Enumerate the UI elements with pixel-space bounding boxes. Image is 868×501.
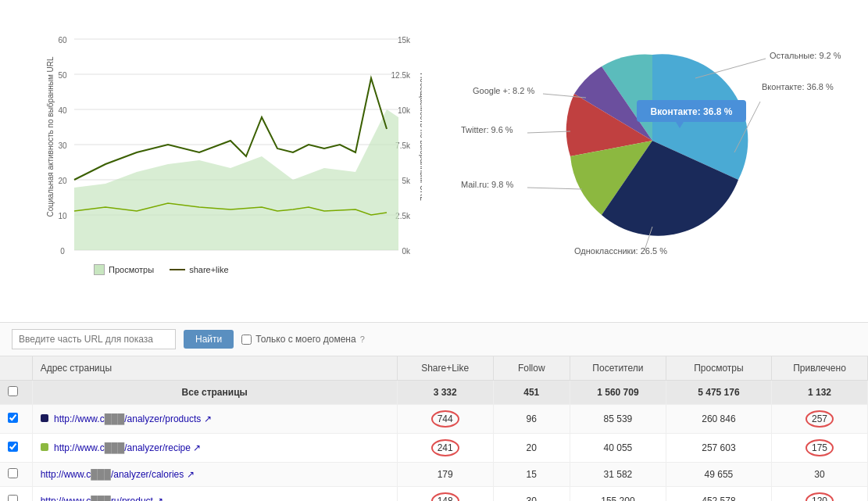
domain-only-checkbox[interactable] [241,335,252,345]
row1-url-text: http://www.с███/analyzer/products ↗ [54,413,212,424]
row3-checkbox[interactable] [8,468,18,478]
row2-checkbox-cell [0,434,32,463]
row2-color-dot [41,443,48,451]
y-right-axis-label: Посещаемость по выбранным URL [419,73,422,201]
find-button[interactable]: Найти [184,330,234,349]
main-container: 0 10 20 30 40 50 60 0k 2.5k 5k 7.5k 10k … [0,0,868,501]
label-vkontakte: Вконтакте: 36.8 % [762,82,834,91]
row4-checkbox[interactable] [8,495,18,501]
all-pages-label: Все страницы [32,381,397,405]
row1-attracted-circled: 257 [805,410,834,428]
x-tick-1404: 14/04 [365,257,384,258]
th-sharelike: Share+Like [397,356,493,381]
line-chart: 0 10 20 30 40 50 60 0k 2.5k 5k 7.5k 10k … [47,16,422,258]
row4-views: 452 578 [666,487,771,502]
all-pages-views: 5 475 176 [666,381,771,405]
all-pages-visitors: 1 560 709 [570,381,666,405]
label-mailru: Mail.ru: 9.8 % [461,180,513,189]
y-right-5k: 5k [402,177,411,185]
y-left-40: 40 [58,106,67,115]
row4-attracted: 120 [772,487,868,502]
legend-views-box [94,264,105,275]
row4-url-text: http://www.с███ru/product ↗ [41,496,164,501]
row4-sharelike: 148 [397,487,493,502]
chart-legend: Просмотры share+like [47,260,422,283]
y-left-60: 60 [58,36,67,45]
row1-url-domain: ███ [105,413,125,424]
th-visitors: Посетители [570,356,666,381]
x-tick-0704: 07/04 [295,257,314,258]
label-odnoklassniki: Одноклассники: 26.5 % [574,246,667,256]
row2-sharelike-circled: 241 [431,439,459,456]
legend-views: Просмотры [94,264,154,275]
y-left-0: 0 [60,247,65,256]
row4-sharelike-circled: 148 [431,492,459,501]
y-left-10: 10 [58,212,67,220]
y-right-10k: 10k [398,106,411,115]
row2-attracted: 175 [772,434,868,463]
row1-sharelike: 744 [397,405,493,434]
label-other: Остальные: 9.2 % [770,51,841,60]
label-twitter: Twitter: 9.6 % [461,125,513,134]
pie-tooltip-text: Вконтакте: 36.8 % [651,106,733,117]
row3-url: http://www.с███/analyzer/calories ↗ [32,463,397,487]
th-address: Адрес страницы [32,356,397,381]
y-left-30: 30 [58,141,67,150]
row4-url: http://www.с███ru/product ↗ [32,487,397,502]
data-table: Адрес страницы Share+Like Follow Посетит… [0,356,868,501]
table-header-row: Адрес страницы Share+Like Follow Посетит… [0,356,868,381]
all-pages-attracted: 1 132 [772,381,868,405]
all-pages-checkbox-cell [0,381,32,405]
label-twitter-line [527,131,570,133]
row2-views: 257 603 [666,434,771,463]
row3-url-text: http://www.с███/analyzer/calories ↗ [41,469,195,480]
y-left-50: 50 [58,71,67,80]
share-like-line [74,78,387,180]
x-tick-2403: 24/03 [150,257,170,258]
y-right-0k: 0k [402,247,411,256]
y-right-12.5k: 12.5k [391,71,411,80]
label-mailru-line [527,188,582,189]
row1-checkbox[interactable] [8,413,18,423]
top-section: 0 10 20 30 40 50 60 0k 2.5k 5k 7.5k 10k … [0,0,868,322]
row2-url-text: http://www.с███/analyzer/recipe ↗ [54,442,201,453]
line-chart-container: 0 10 20 30 40 50 60 0k 2.5k 5k 7.5k 10k … [0,8,438,314]
row2-follow: 20 [493,434,570,463]
row4-follow: 30 [493,487,570,502]
row4-checkbox-cell [0,487,32,502]
domain-only-label[interactable]: Только с моего домена ? [241,334,365,345]
y-left-axis-label: Социальная активность по выбранным URL [47,56,55,217]
th-attracted: Привлечено [772,356,868,381]
row1-checkbox-cell [0,405,32,434]
url-filter-input[interactable] [12,329,176,349]
help-icon[interactable]: ? [360,335,365,344]
label-googleplus: Google +: 8.2 % [473,86,534,95]
row3-sharelike: 179 [397,463,493,487]
row2-url-domain: ███ [105,442,125,453]
filter-bar: Найти Только с моего домена ? [0,322,868,356]
th-follow: Follow [493,356,570,381]
row1-color-dot [41,414,48,422]
row3-views: 49 655 [666,463,771,487]
th-views: Просмотры [666,356,771,381]
all-pages-sharelike: 3 332 [397,381,493,405]
row2-sharelike: 241 [397,434,493,463]
row1-follow: 96 [493,405,570,434]
row4-url-domain: ███ [91,496,111,501]
row1-attracted: 257 [772,405,868,434]
table-row: http://www.с███ru/product ↗ 148 30 155 2… [0,487,868,502]
row1-sharelike-circled: 744 [431,410,459,428]
x-tick-1703: 17/03 [80,257,99,258]
row3-url-domain: ███ [91,469,111,480]
all-pages-follow: 451 [493,381,570,405]
row4-attracted-circled: 120 [805,492,834,501]
row4-visitors: 155 200 [570,487,666,502]
row1-visitors: 85 539 [570,405,666,434]
row2-checkbox[interactable] [8,442,18,452]
all-pages-checkbox[interactable] [8,386,18,396]
row3-attracted: 30 [772,463,868,487]
th-checkbox [0,356,32,381]
legend-sharelike-line [170,269,185,270]
row2-attracted-circled: 175 [805,439,834,456]
table-row: http://www.с███/analyzer/recipe ↗ 241 20… [0,434,868,463]
